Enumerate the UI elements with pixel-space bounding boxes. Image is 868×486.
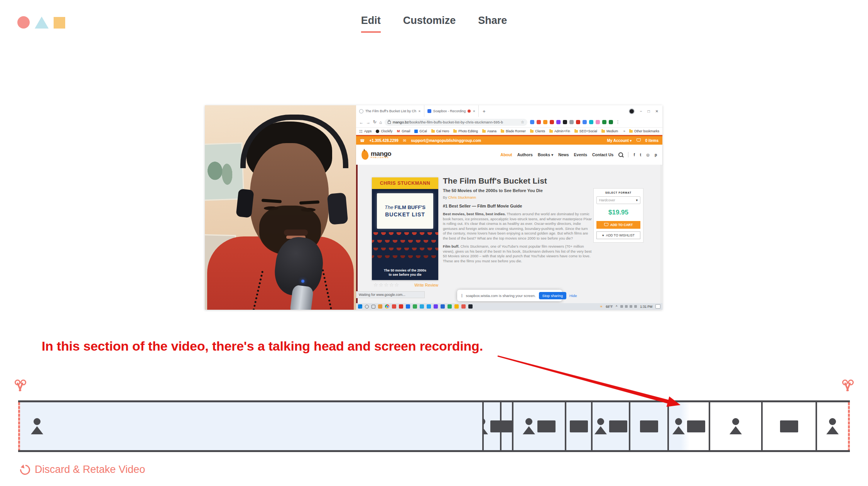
bookmark-star-icon[interactable]: ☆ <box>521 120 524 124</box>
taskbar-app-icon[interactable] <box>378 304 382 309</box>
extension-icon[interactable] <box>556 120 561 124</box>
site-nav-events[interactable]: Events <box>574 152 587 157</box>
timeline-segment[interactable] <box>20 402 482 450</box>
add-to-wishlist-button[interactable]: ♥ ADD TO WISHLIST <box>596 231 640 239</box>
bookmark-item[interactable]: Blade Ronner <box>501 129 526 133</box>
reload-icon[interactable]: ↻ <box>373 120 377 125</box>
extension-icon[interactable] <box>550 120 554 124</box>
stop-sharing-button[interactable]: Stop sharing <box>539 292 566 299</box>
extension-icon[interactable] <box>543 120 547 124</box>
hide-button[interactable]: Hide <box>569 294 577 298</box>
taskbar-search-icon[interactable] <box>365 305 369 309</box>
tab-edit[interactable]: Edit <box>361 15 381 33</box>
taskbar-app-icon[interactable] <box>441 304 445 309</box>
trim-scissors-icon[interactable] <box>14 380 26 393</box>
extension-icon[interactable] <box>589 120 593 124</box>
bookmark-item[interactable]: MGmail <box>397 129 410 133</box>
tab-customize[interactable]: Customize <box>403 15 456 33</box>
bookmark-item[interactable]: Medium <box>601 129 618 133</box>
profile-avatar[interactable] <box>629 108 635 114</box>
site-nav-news[interactable]: News <box>558 152 569 157</box>
site-nav-books[interactable]: Books ▾ <box>538 152 553 157</box>
windows-start-icon[interactable] <box>358 304 362 309</box>
bookmark-item[interactable]: Cal Hero <box>431 129 449 133</box>
bookmark-item[interactable]: Clients <box>530 129 545 133</box>
support-email[interactable]: support@mangopublishinggroup.com <box>411 138 481 143</box>
trim-scissors-icon[interactable] <box>841 380 854 393</box>
timeline-segment[interactable] <box>761 402 816 450</box>
clock[interactable]: 1:31 PM <box>640 305 652 309</box>
tab-close-icon[interactable]: ✕ <box>473 110 475 113</box>
taskbar-app-icon[interactable] <box>461 304 466 309</box>
new-tab-button[interactable]: + <box>479 108 490 114</box>
add-to-cart-button[interactable]: ADD TO CART <box>596 221 640 229</box>
other-bookmarks[interactable]: Other bookmarks <box>629 129 659 133</box>
discard-retake-button[interactable]: Discard & Retake Video <box>20 464 145 476</box>
mango-logo[interactable]: mango PUBLISHING <box>361 150 391 160</box>
taskbar-app-icon[interactable] <box>468 304 473 309</box>
bookmark-item[interactable]: GCal <box>414 129 427 133</box>
timeline-segment[interactable] <box>816 402 848 450</box>
taskbar-app-icon[interactable] <box>399 304 403 309</box>
taskbar-app-icon[interactable] <box>406 304 410 309</box>
timeline[interactable] <box>18 400 850 452</box>
tab-share[interactable]: Share <box>478 15 507 33</box>
extension-icon[interactable] <box>583 120 587 124</box>
bookmark-item[interactable]: Asana <box>482 129 496 133</box>
maximize-button[interactable]: □ <box>648 109 650 113</box>
write-review-link[interactable]: Write Review <box>414 283 438 287</box>
taskbar-app-icon[interactable] <box>392 304 396 309</box>
browser-tab-film-buff[interactable]: The Film Buff's Bucket List by Ch ✕ <box>356 105 424 117</box>
format-select[interactable]: Hardcover ▾ <box>596 196 640 204</box>
timeline-segment[interactable] <box>709 402 761 450</box>
extension-icon[interactable] <box>530 120 534 124</box>
search-icon[interactable] <box>618 152 623 157</box>
social-icon[interactable]: t <box>640 153 641 157</box>
chrome-icon[interactable] <box>385 304 389 309</box>
site-nav-contact-us[interactable]: Contact Us <box>592 152 613 157</box>
address-input[interactable]: mango.bz/books/the-film-buffs-bucket-lis… <box>385 119 527 126</box>
social-icon[interactable]: p <box>655 153 657 157</box>
site-nav-about[interactable]: About <box>500 152 512 157</box>
bookmark-item[interactable]: Admin+Fin <box>549 129 570 133</box>
taskbar-app-icon[interactable] <box>413 304 417 309</box>
taskbar-app-icon[interactable] <box>434 304 438 309</box>
home-icon[interactable]: ⌂ <box>379 120 382 125</box>
bookmark-item[interactable]: Photo Editing <box>453 129 478 133</box>
overflow-icon[interactable]: » <box>623 129 625 133</box>
rating-stars[interactable]: ☆☆☆☆☆ <box>373 282 400 288</box>
extension-icon[interactable] <box>537 120 541 124</box>
bookmark-item[interactable]: SEO+Social <box>574 129 597 133</box>
forward-icon[interactable]: → <box>366 120 370 125</box>
my-account-link[interactable]: My Account ▾ <box>607 138 632 143</box>
extension-icon[interactable] <box>563 120 567 124</box>
minimize-button[interactable]: − <box>640 109 642 113</box>
browser-menu-icon[interactable]: ⋮ <box>616 120 620 125</box>
browser-tab-soapbox[interactable]: Soapbox - Recording ✕ <box>424 105 479 117</box>
extension-icon[interactable] <box>602 120 606 124</box>
page-scrollbar[interactable] <box>660 165 662 303</box>
social-icon[interactable]: f <box>633 153 635 157</box>
taskbar-app-icon[interactable] <box>427 304 431 309</box>
phone-number[interactable]: +1.305.428.2299 <box>369 138 398 143</box>
bookmark-item[interactable]: Clockify <box>376 129 392 133</box>
task-view-icon[interactable] <box>372 305 375 309</box>
extension-icon[interactable] <box>596 120 600 124</box>
extension-icon[interactable] <box>576 120 580 124</box>
trim-handle-right[interactable] <box>848 402 850 450</box>
video-preview[interactable]: The Film Buff's Bucket List by Ch ✕ Soap… <box>205 105 662 310</box>
author-link[interactable]: Chris Stuckmann <box>448 195 476 199</box>
tray-caret[interactable]: ^ <box>616 305 617 309</box>
social-icon[interactable]: ◎ <box>646 153 650 157</box>
site-nav-authors[interactable]: Authors <box>517 152 533 157</box>
taskbar-app-icon[interactable] <box>448 304 452 309</box>
close-button[interactable]: ✕ <box>655 109 659 113</box>
extension-icon[interactable] <box>609 120 613 124</box>
taskbar-app-icon[interactable] <box>454 304 459 309</box>
weather-temp[interactable]: 68°F <box>606 305 613 309</box>
bookmark-item[interactable]: Apps <box>359 129 372 133</box>
extension-icon[interactable] <box>569 120 574 124</box>
cart-count[interactable]: 0 items <box>645 138 659 143</box>
taskbar-app-icon[interactable] <box>420 304 424 309</box>
back-icon[interactable]: ← <box>359 120 363 125</box>
